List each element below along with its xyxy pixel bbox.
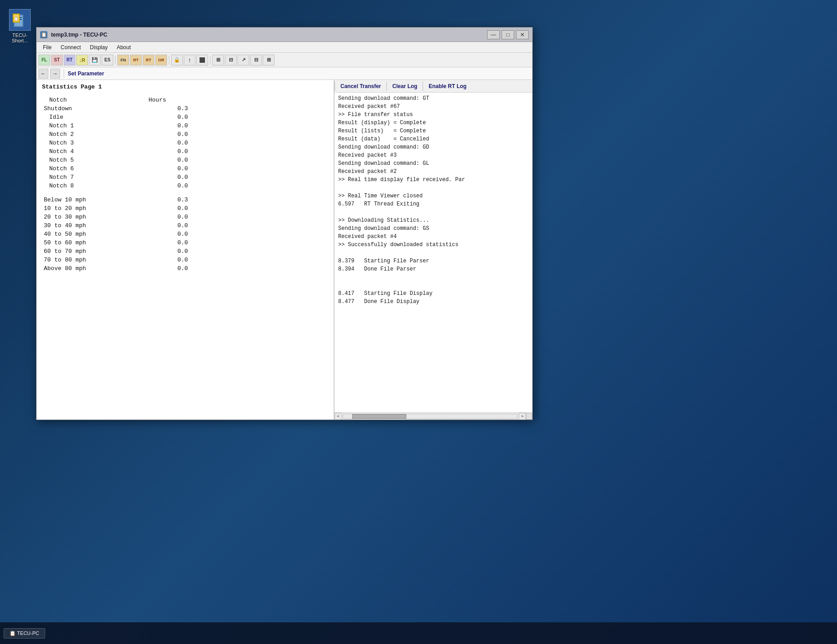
scroll-left-button[interactable]: < bbox=[335, 413, 342, 420]
scroll-right-button[interactable]: > bbox=[519, 413, 526, 420]
list-item bbox=[338, 208, 529, 216]
toolbar-lock-button[interactable]: 🔒 bbox=[171, 55, 183, 65]
table-row: 30 to 40 mph 0.0 bbox=[42, 221, 328, 230]
toolbar-fn-button[interactable]: FN bbox=[117, 55, 129, 65]
stats-value: 0.0 bbox=[141, 182, 328, 190]
toolbar-grid2-button[interactable]: ⊟ bbox=[225, 55, 237, 65]
toolbar-fl-button[interactable]: FL bbox=[38, 55, 50, 65]
toolbar-split-v-button[interactable]: ⊞ bbox=[263, 55, 274, 65]
scroll-track[interactable] bbox=[343, 414, 518, 419]
toolbar-st-button[interactable]: ST bbox=[51, 55, 63, 65]
table-row: 60 to 70 mph 0.0 bbox=[42, 247, 328, 256]
taskbar-tecu-item[interactable]: 📋 TECU-PC bbox=[4, 628, 45, 639]
toolbar-sep-1 bbox=[115, 56, 116, 65]
list-item: >> Real Time Viewer closed bbox=[338, 192, 529, 200]
grid2-icon: ⊟ bbox=[229, 57, 233, 63]
svg-text:📋: 📋 bbox=[14, 16, 19, 21]
stats-value: 0.0 bbox=[141, 121, 328, 130]
desktop-icon-tecu[interactable]: 📋 TECU-Short... bbox=[9, 9, 31, 43]
nav-back-button[interactable]: ← bbox=[38, 69, 48, 79]
toolbar-split-h-button[interactable]: ⊟ bbox=[250, 55, 262, 65]
log-content[interactable]: Sending download command: GT Received pa… bbox=[335, 93, 532, 412]
stats-value: 0.0 bbox=[141, 139, 328, 147]
taskbar-icon: 📋 bbox=[9, 630, 17, 636]
table-row: Notch 6 0.0 bbox=[42, 164, 328, 173]
split-v-icon: ⊞ bbox=[267, 57, 271, 63]
scroll-corner bbox=[526, 413, 532, 420]
stats-value: 0.0 bbox=[141, 213, 328, 221]
stats-header-notch: Notch bbox=[42, 96, 141, 104]
log-toolbar: Cancel Transfer Clear Log Enable RT Log bbox=[335, 80, 532, 93]
menu-about[interactable]: About bbox=[112, 43, 135, 51]
up-arrow-icon: ↑ bbox=[188, 56, 191, 64]
toolbar-rt-button[interactable]: RT bbox=[64, 55, 75, 65]
rt2-icon: RT bbox=[133, 58, 139, 62]
toolbar: FL ST RT ↓R 💾 ES FN RT RT OR bbox=[37, 53, 532, 67]
toolbar-es-button[interactable]: ES bbox=[102, 55, 113, 65]
table-row: Notch 3 0.0 bbox=[42, 139, 328, 147]
stats-label: Notch 5 bbox=[42, 156, 141, 164]
list-item bbox=[338, 273, 529, 281]
table-row: Notch 1 0.0 bbox=[42, 121, 328, 130]
stats-label: 10 to 20 mph bbox=[42, 204, 141, 213]
toolbar-chart-button[interactable]: ↗ bbox=[237, 55, 249, 65]
toolbar-rt3-button[interactable]: RT bbox=[143, 55, 154, 65]
clear-log-button[interactable]: Clear Log bbox=[387, 82, 423, 90]
table-row: Notch 4 0.0 bbox=[42, 147, 328, 156]
grid1-icon: ⊞ bbox=[216, 57, 220, 63]
stats-label: Notch 1 bbox=[42, 121, 141, 130]
stats-label: Notch 6 bbox=[42, 164, 141, 173]
stats-title: Statistics Page 1 bbox=[42, 84, 328, 90]
list-item: Received packet #67 bbox=[338, 103, 529, 111]
table-row: Above 80 mph 0.0 bbox=[42, 264, 328, 273]
minimize-button[interactable]: — bbox=[487, 30, 500, 39]
toolbar-sep-2 bbox=[169, 56, 169, 65]
forward-arrow-icon: → bbox=[52, 70, 58, 77]
list-item: 8.379 Starting File Parser bbox=[338, 257, 529, 265]
es-icon: ES bbox=[104, 57, 110, 62]
nav-forward-button[interactable]: → bbox=[50, 69, 60, 79]
toolbar-up-button[interactable]: ↑ bbox=[184, 55, 195, 65]
close-button[interactable]: ✕ bbox=[516, 30, 529, 39]
stats-label: Above 80 mph bbox=[42, 264, 141, 273]
list-item: Received packet #2 bbox=[338, 168, 529, 176]
window-title: temp3.tmp - TECU-PC bbox=[51, 32, 107, 38]
toolbar-or-button[interactable]: OR bbox=[155, 55, 167, 65]
stop-icon bbox=[200, 57, 205, 63]
list-item: >> Real time display file received. Par bbox=[338, 176, 529, 184]
stats-value: 0.0 bbox=[141, 164, 328, 173]
table-row: 70 to 80 mph 0.0 bbox=[42, 256, 328, 264]
or-icon: OR bbox=[158, 58, 164, 62]
toolbar-grid1-button[interactable]: ⊞ bbox=[212, 55, 224, 65]
toolbar-stop-button[interactable] bbox=[196, 55, 208, 65]
list-item: Sending download command: GS bbox=[338, 224, 529, 233]
menu-connect[interactable]: Connect bbox=[56, 43, 85, 51]
list-item: Sending download command: GL bbox=[338, 159, 529, 168]
stats-value: 0.0 bbox=[141, 204, 328, 213]
enable-rt-log-button[interactable]: Enable RT Log bbox=[423, 82, 472, 90]
desktop-icon-label: TECU-Short... bbox=[12, 33, 28, 43]
toolbar-rt2-button[interactable]: RT bbox=[130, 55, 142, 65]
scroll-thumb[interactable] bbox=[352, 414, 406, 419]
restore-button[interactable]: □ bbox=[502, 30, 514, 39]
menu-display[interactable]: Display bbox=[85, 43, 112, 51]
stats-panel: Statistics Page 1 Notch Hours Shutdown 0… bbox=[37, 80, 335, 420]
stats-label: Idle bbox=[42, 113, 141, 121]
taskbar: 📋 TECU-PC bbox=[0, 622, 837, 644]
rt-icon: RT bbox=[66, 57, 72, 62]
list-item: 8.477 Done File Display bbox=[338, 298, 529, 306]
cancel-transfer-button[interactable]: Cancel Transfer bbox=[335, 82, 386, 90]
stats-value: 0.0 bbox=[141, 173, 328, 182]
log-content-inner: Sending download command: GT Received pa… bbox=[338, 94, 529, 306]
stats-table: Notch Hours Shutdown 0.3 Idle 0.0 Notch … bbox=[42, 96, 328, 273]
stats-label: Notch 2 bbox=[42, 130, 141, 139]
toolbar-ir-button[interactable]: ↓R bbox=[76, 55, 88, 65]
toolbar-save-button[interactable]: 💾 bbox=[89, 55, 101, 65]
back-arrow-icon: ← bbox=[41, 70, 46, 77]
menu-file[interactable]: File bbox=[38, 43, 56, 51]
stats-value: 0.3 bbox=[141, 196, 328, 204]
stats-label: Notch 8 bbox=[42, 182, 141, 190]
stats-value: 0.3 bbox=[141, 104, 328, 113]
stats-value: 0.0 bbox=[141, 113, 328, 121]
toolbar-sep-3 bbox=[210, 56, 210, 65]
